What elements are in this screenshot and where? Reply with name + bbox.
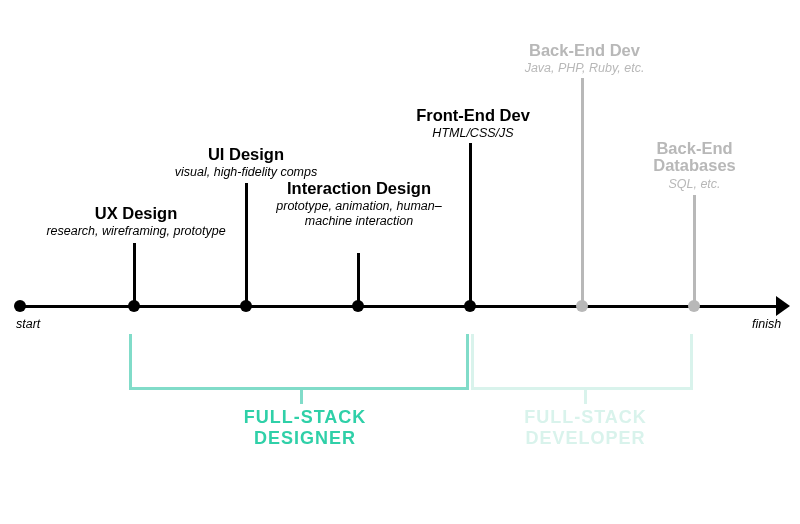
node-ix: Interaction Design prototype, animation,… [269,180,449,229]
group-label-designer: FULL-STACK DESIGNER [220,407,390,448]
arrowhead-icon [776,296,790,316]
node-ux-sub: research, wireframing, prototype [36,224,236,239]
node-ui-title: UI Design [166,146,326,163]
tick-fe [469,143,472,303]
node-be-dev: Back-End Dev Java, PHP, Ruby, etc. [512,42,657,76]
tick-be-db [693,195,696,303]
group-label-developer: FULL-STACK DEVELOPER [498,407,673,448]
timeline-diagram: { "axis": { "start": "start", "finish": … [0,0,800,524]
bracket-developer [471,334,693,390]
node-fe-sub: HTML/CSS/JS [398,126,548,141]
tick-ix [357,253,360,303]
node-ui: UI Design visual, high-fidelity comps [166,146,326,180]
node-be-dev-title: Back-End Dev [512,42,657,59]
tick-ui [245,183,248,303]
node-be-dev-sub: Java, PHP, Ruby, etc. [512,61,657,76]
axis-finish-label: finish [752,317,781,331]
node-fe-title: Front-End Dev [398,107,548,124]
node-ix-title: Interaction Design [269,180,449,197]
bracket-drop-icon [300,390,303,404]
node-be-db-sub: SQL, etc. [632,177,757,192]
axis-start-label: start [16,317,40,331]
tick-be-dev [581,78,584,303]
node-ix-sub: prototype, animation, human–machine inte… [269,199,449,229]
node-ux: UX Design research, wireframing, prototy… [36,205,236,239]
node-be-db: Back-End Databases SQL, etc. [632,140,757,192]
bracket-designer [129,334,469,390]
axis-origin-dot [14,300,26,312]
node-ux-title: UX Design [36,205,236,222]
node-be-db-title: Back-End Databases [632,140,757,175]
bracket-drop-icon [584,390,587,404]
tick-ux [133,243,136,303]
node-fe: Front-End Dev HTML/CSS/JS [398,107,548,141]
